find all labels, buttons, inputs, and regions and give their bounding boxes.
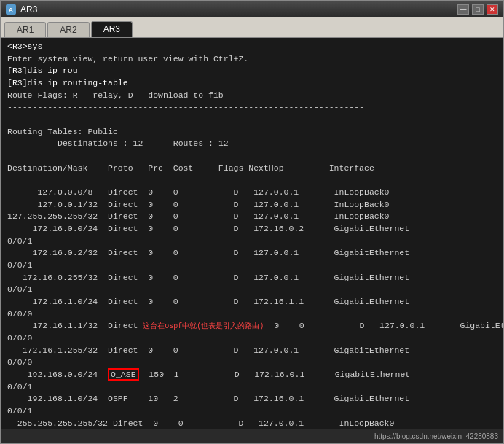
maximize-button[interactable]: □ [472, 4, 484, 15]
title-bar: A AR3 — □ ✕ [1, 1, 503, 17]
status-url: https://blog.csdn.net/weixin_42280883 [374, 432, 498, 440]
tab-ar1[interactable]: AR1 [4, 22, 46, 37]
routes-label: Routes : 12 [173, 139, 229, 148]
app-icon: A [6, 4, 16, 15]
tab-ar2[interactable]: AR2 [47, 22, 89, 37]
title-controls[interactable]: — □ ✕ [457, 4, 498, 15]
annotation-inline: Direct 这台在ospf中就(也表是引入的路由) [108, 321, 264, 330]
minimize-button[interactable]: — [457, 4, 469, 15]
tab-ar3[interactable]: AR3 [91, 21, 133, 37]
title-bar-left: A AR3 [6, 4, 37, 15]
tab-bar: AR1 AR2 AR3 [1, 17, 503, 38]
main-window: A AR3 — □ ✕ AR1 AR2 AR3 <R3>sys Enter sy… [0, 0, 504, 444]
status-bar: https://blog.csdn.net/weixin_42280883 [1, 429, 503, 443]
table-header: Destination/Mask Proto Pre Cost Flags Ne… [7, 163, 374, 173]
ospf-ase-box: O_ASE [108, 368, 139, 381]
close-button[interactable]: ✕ [487, 4, 498, 15]
window-title: AR3 [20, 4, 37, 15]
destinations-label: Destinations : 12 [58, 139, 143, 148]
terminal-output[interactable]: <R3>sys Enter system view, return user v… [1, 38, 503, 429]
terminal-content: <R3>sys Enter system view, return user v… [7, 41, 497, 429]
